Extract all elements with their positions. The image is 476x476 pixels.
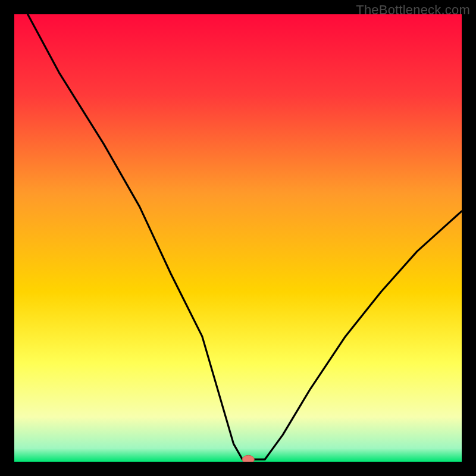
plot-background (14, 14, 462, 462)
attribution-text: TheBottleneck.com (356, 2, 470, 18)
chart-svg (0, 0, 476, 476)
chart-container: TheBottleneck.com (0, 0, 476, 476)
